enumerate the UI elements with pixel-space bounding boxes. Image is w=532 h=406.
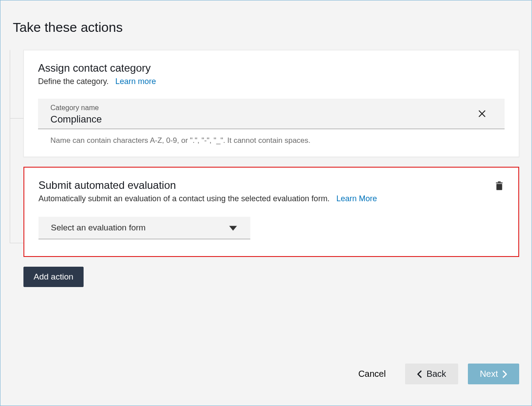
connector-stub-1 — [10, 118, 23, 119]
card-subtitle-row: Automatically submit an evaluation of a … — [38, 194, 504, 203]
svg-rect-4 — [498, 181, 501, 182]
learn-more-link[interactable]: Learn more — [115, 77, 156, 86]
svg-rect-2 — [497, 184, 502, 190]
category-input-label: Category name — [50, 104, 482, 112]
action-cards-wrap: Assign contact category Define the categ… — [23, 50, 519, 287]
next-label: Next — [480, 369, 498, 379]
page-title: Take these actions — [0, 0, 532, 35]
card-subtitle: Automatically submit an evaluation of a … — [38, 194, 329, 203]
connector-stub-2 — [10, 243, 23, 243]
category-input-group: Category name — [38, 99, 505, 129]
card-subtitle-row: Define the category. Learn more — [38, 77, 505, 86]
chevron-right-icon — [502, 370, 507, 378]
card-title: Assign contact category — [38, 62, 505, 74]
connector-vertical — [10, 50, 10, 243]
next-button[interactable]: Next — [468, 364, 519, 384]
content-area: Assign contact category Define the categ… — [0, 35, 532, 287]
card-assign-category: Assign contact category Define the categ… — [23, 50, 519, 157]
trash-icon[interactable] — [494, 179, 505, 192]
svg-rect-3 — [496, 182, 502, 183]
evaluation-form-select[interactable]: Select an evaluation form — [38, 217, 250, 239]
category-field-row: Category name — [38, 99, 505, 129]
back-button[interactable]: Back — [405, 364, 458, 384]
category-hint: Name can contain characters A-Z, 0-9, or… — [50, 136, 505, 145]
learn-more-link[interactable]: Learn More — [336, 194, 377, 203]
card-title: Submit automated evaluation — [38, 179, 504, 192]
clear-icon[interactable] — [477, 109, 487, 119]
chevron-left-icon — [417, 370, 422, 378]
eval-form-select-wrap: Select an evaluation form — [38, 217, 250, 239]
page-root: Take these actions Assign contact catego… — [0, 0, 532, 406]
footer-buttons: Cancel Back Next — [348, 364, 519, 384]
card-subtitle: Define the category. — [38, 77, 109, 86]
cancel-button[interactable]: Cancel — [348, 364, 395, 383]
add-action-button[interactable]: Add action — [23, 267, 84, 287]
card-submit-evaluation: Submit automated evaluation Automaticall… — [23, 167, 519, 257]
back-label: Back — [426, 369, 446, 379]
category-name-input[interactable] — [50, 114, 482, 125]
